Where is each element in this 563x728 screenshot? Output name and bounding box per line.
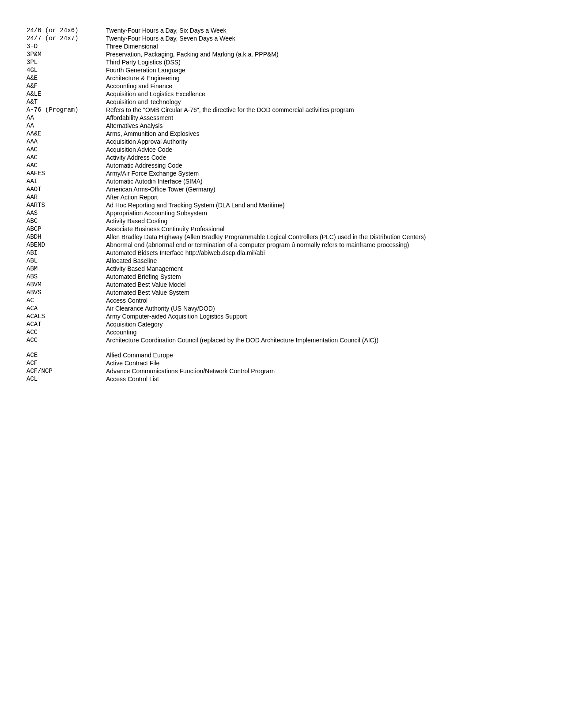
abbreviation: 3PL <box>26 58 106 66</box>
abbreviation: 24/6 (or 24x6) <box>26 26 106 34</box>
glossary-row: ABMActivity Based Management <box>26 265 537 273</box>
definition: Associate Business Continuity Profession… <box>106 225 537 233</box>
definition: Arms, Ammunition and Explosives <box>106 130 537 138</box>
glossary-row: 3PLThird Party Logistics (DSS) <box>26 58 537 66</box>
abbreviation: ACA <box>26 304 106 312</box>
definition: Ad Hoc Reporting and Tracking System (DL… <box>106 201 537 209</box>
definition: Activity Based Costing <box>106 217 537 225</box>
abbreviation: AARTS <box>26 201 106 209</box>
glossary-row: A&FAccounting and Finance <box>26 82 537 90</box>
abbreviation: ABDH <box>26 233 106 241</box>
definition: Fourth Generation Language <box>106 66 537 74</box>
definition: Allen Bradley Data Highway (Allen Bradle… <box>106 233 537 241</box>
abbreviation: AAR <box>26 193 106 201</box>
glossary-row: AAOTAmerican Arms-Office Tower (Germany) <box>26 185 537 193</box>
abbreviation: A-76 (Program) <box>26 106 106 114</box>
definition: Acquisition Advice Code <box>106 146 537 154</box>
glossary-row: ABVSAutomated Best Value System <box>26 289 537 296</box>
glossary-row: 4GLFourth Generation Language <box>26 66 537 74</box>
glossary-row: AAFESArmy/Air Force Exchange System <box>26 169 537 177</box>
abbreviation: ABI <box>26 249 106 257</box>
definition: Access Control <box>106 296 537 304</box>
glossary-row: ACALSArmy Computer-aided Acquisition Log… <box>26 312 537 320</box>
abbreviation: ABM <box>26 265 106 273</box>
glossary-row: 24/7 (or 24x7)Twenty-Four Hours a Day, S… <box>26 34 537 42</box>
abbreviation: ABVS <box>26 289 106 296</box>
glossary-row: ACATAcquisition Category <box>26 320 537 328</box>
glossary-row: ABVMAutomated Best Value Model <box>26 281 537 289</box>
definition: Accounting and Finance <box>106 82 537 90</box>
glossary-row: AACAutomatic Addressing Code <box>26 161 537 169</box>
definition: Automated Briefing System <box>106 273 537 281</box>
abbreviation: AAOT <box>26 185 106 193</box>
abbreviation: ACC <box>26 336 106 344</box>
abbreviation: AAFES <box>26 169 106 177</box>
definition: Refers to the "OMB Circular A-76", the d… <box>106 106 537 114</box>
definition: Three Dimensional <box>106 42 537 50</box>
definition: Army/Air Force Exchange System <box>106 169 537 177</box>
definition: Appropriation Accounting Subsystem <box>106 209 537 217</box>
abbreviation: ACAT <box>26 320 106 328</box>
abbreviation: ACALS <box>26 312 106 320</box>
glossary-row: ACCAccounting <box>26 328 537 336</box>
abbreviation: AA <box>26 114 106 122</box>
glossary-row: AAIAutomatic Autodin Interface (SIMA) <box>26 177 537 185</box>
abbreviation: ABC <box>26 217 106 225</box>
glossary-row: A&TAcquisition and Technology <box>26 98 537 106</box>
definition: After Action Report <box>106 193 537 201</box>
glossary-row: ABIAutomated Bidsets Interface http://ab… <box>26 249 537 257</box>
definition: Acquisition Approval Authority <box>106 138 537 146</box>
glossary-row: ACLAccess Control List <box>26 375 537 383</box>
glossary-table: 24/6 (or 24x6)Twenty-Four Hours a Day, S… <box>26 26 537 383</box>
glossary-row: ABLAllocated Baseline <box>26 257 537 265</box>
definition: Access Control List <box>106 375 537 383</box>
glossary-row: ACF/NCPAdvance Communications Function/N… <box>26 367 537 375</box>
definition: Automated Bidsets Interface http://abiwe… <box>106 249 537 257</box>
definition: Active Contract File <box>106 359 537 367</box>
abbreviation: A&E <box>26 74 106 82</box>
glossary-row: 24/6 (or 24x6)Twenty-Four Hours a Day, S… <box>26 26 537 34</box>
glossary-row: AAAffordability Assessment <box>26 114 537 122</box>
abbreviation: ABL <box>26 257 106 265</box>
glossary-row: ABCActivity Based Costing <box>26 217 537 225</box>
glossary-row: ACCArchitecture Coordination Council (re… <box>26 336 537 344</box>
abbreviation: A&F <box>26 82 106 90</box>
definition: Preservation, Packaging, Packing and Mar… <box>106 50 537 58</box>
glossary-row: AAAAcquisition Approval Authority <box>26 138 537 146</box>
abbreviation: ABVM <box>26 281 106 289</box>
definition: Activity Address Code <box>106 154 537 161</box>
definition: Twenty-Four Hours a Day, Seven Days a We… <box>106 34 537 42</box>
glossary-row: ACEAllied Command Europe <box>26 351 537 359</box>
abbreviation: AA <box>26 122 106 130</box>
definition: Twenty-Four Hours a Day, Six Days a Week <box>106 26 537 34</box>
abbreviation: ABS <box>26 273 106 281</box>
definition: Activity Based Management <box>106 265 537 273</box>
glossary-row: ABCPAssociate Business Continuity Profes… <box>26 225 537 233</box>
definition: Advance Communications Function/Network … <box>106 367 537 375</box>
definition: Allied Command Europe <box>106 351 537 359</box>
glossary-row: 3P&MPreservation, Packaging, Packing and… <box>26 50 537 58</box>
abbreviation: AA&E <box>26 130 106 138</box>
abbreviation: 3P&M <box>26 50 106 58</box>
abbreviation: AAC <box>26 154 106 161</box>
abbreviation: 24/7 (or 24x7) <box>26 34 106 42</box>
glossary-row: ACAccess Control <box>26 296 537 304</box>
glossary-row: AACActivity Address Code <box>26 154 537 161</box>
abbreviation: 3-D <box>26 42 106 50</box>
definition: Automated Best Value System <box>106 289 537 296</box>
definition: Acquisition and Technology <box>106 98 537 106</box>
glossary-row: A&LEAcquisition and Logistics Excellence <box>26 90 537 98</box>
glossary-row: AASAppropriation Accounting Subsystem <box>26 209 537 217</box>
glossary-row: ABSAutomated Briefing System <box>26 273 537 281</box>
definition: Architecture & Engineering <box>106 74 537 82</box>
definition: Army Computer-aided Acquisition Logistic… <box>106 312 537 320</box>
abbreviation: AAS <box>26 209 106 217</box>
abbreviation: AAC <box>26 161 106 169</box>
abbreviation: AAI <box>26 177 106 185</box>
glossary-row: AA&EArms, Ammunition and Explosives <box>26 130 537 138</box>
abbreviation: AC <box>26 296 106 304</box>
definition: Air Clearance Authority (US Navy/DOD) <box>106 304 537 312</box>
definition: Third Party Logistics (DSS) <box>106 58 537 66</box>
abbreviation: A&T <box>26 98 106 106</box>
definition: American Arms-Office Tower (Germany) <box>106 185 537 193</box>
